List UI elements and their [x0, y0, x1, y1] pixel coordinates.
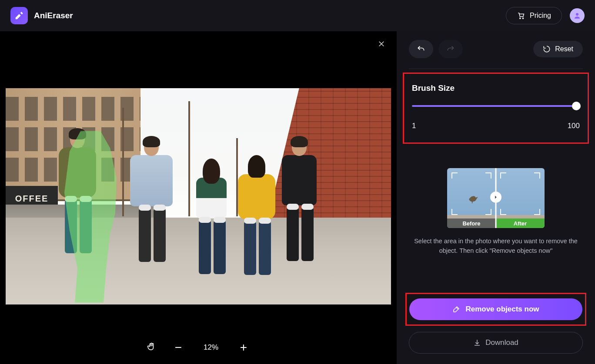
close-button[interactable]	[378, 39, 385, 50]
pricing-label: Pricing	[530, 12, 551, 20]
editing-canvas[interactable]: OFFEE	[6, 88, 391, 304]
settings-sidebar: Reset Brush Size 1 100 Before	[397, 31, 595, 364]
zoom-in-button[interactable]: +	[237, 341, 250, 354]
brush-max: 100	[568, 122, 580, 130]
help-text: Select the area in the photo where you w…	[409, 237, 583, 256]
download-icon	[473, 339, 481, 347]
undo-icon	[416, 45, 426, 53]
reset-icon	[543, 45, 551, 53]
app-logo-icon	[10, 7, 28, 24]
remove-action-highlight: Remove objects now	[405, 293, 586, 326]
preview-after: After	[496, 168, 545, 228]
slider-thumb[interactable]	[572, 102, 581, 110]
cart-icon	[517, 12, 525, 20]
zoom-out-button[interactable]: −	[172, 341, 185, 354]
brush-size-slider[interactable]	[412, 102, 580, 110]
pan-hand-icon[interactable]	[147, 341, 156, 354]
svg-point-2	[576, 13, 578, 16]
undo-button[interactable]	[409, 40, 433, 58]
brush-min: 1	[412, 122, 416, 130]
person-5	[282, 139, 317, 304]
divider	[409, 69, 583, 69]
user-avatar[interactable]	[570, 8, 585, 23]
after-label: After	[496, 218, 545, 228]
brand: AniEraser	[10, 7, 73, 24]
brand-title: AniEraser	[34, 11, 73, 20]
brush-size-label: Brush Size	[412, 83, 580, 93]
redo-icon	[446, 45, 455, 53]
person-2	[130, 139, 173, 304]
svg-point-0	[520, 18, 521, 19]
pricing-button[interactable]: Pricing	[506, 7, 562, 24]
person-3	[196, 161, 227, 304]
person-4	[238, 158, 275, 304]
preview-before: Before	[447, 168, 496, 228]
before-after-preview: Before After Select the area in the phot…	[409, 168, 583, 256]
bird-icon	[466, 190, 481, 205]
zoom-value: 12%	[201, 343, 221, 352]
compare-handle-icon	[490, 192, 501, 203]
redo-button[interactable]	[438, 40, 463, 58]
before-label: Before	[447, 218, 496, 228]
remove-label: Remove objects now	[465, 305, 539, 314]
reset-label: Reset	[555, 45, 573, 53]
svg-point-1	[522, 18, 523, 19]
remove-objects-button[interactable]: Remove objects now	[409, 298, 582, 320]
app-header: AniEraser Pricing	[0, 0, 595, 31]
reset-button[interactable]: Reset	[533, 41, 583, 57]
download-button[interactable]: Download	[409, 332, 583, 354]
zoom-toolbar: − 12% +	[0, 331, 397, 364]
brush-size-panel: Brush Size 1 100	[403, 73, 589, 144]
close-icon	[378, 40, 385, 48]
user-icon	[573, 12, 581, 20]
canvas-area: OFFEE − 12% +	[0, 31, 397, 364]
brush-icon	[452, 305, 460, 313]
download-label: Download	[485, 338, 518, 347]
